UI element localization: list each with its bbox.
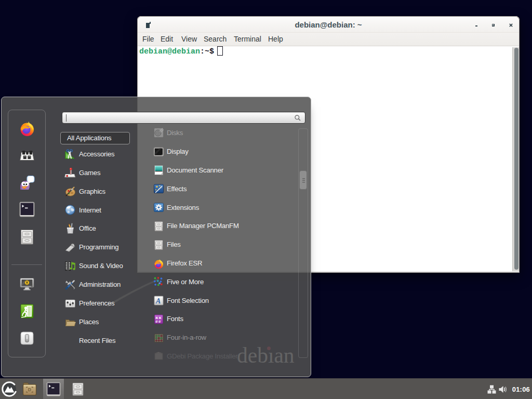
svg-text:A: A <box>155 297 161 305</box>
svg-text:a a: a a <box>156 319 161 324</box>
svg-text:D: D <box>28 387 31 392</box>
